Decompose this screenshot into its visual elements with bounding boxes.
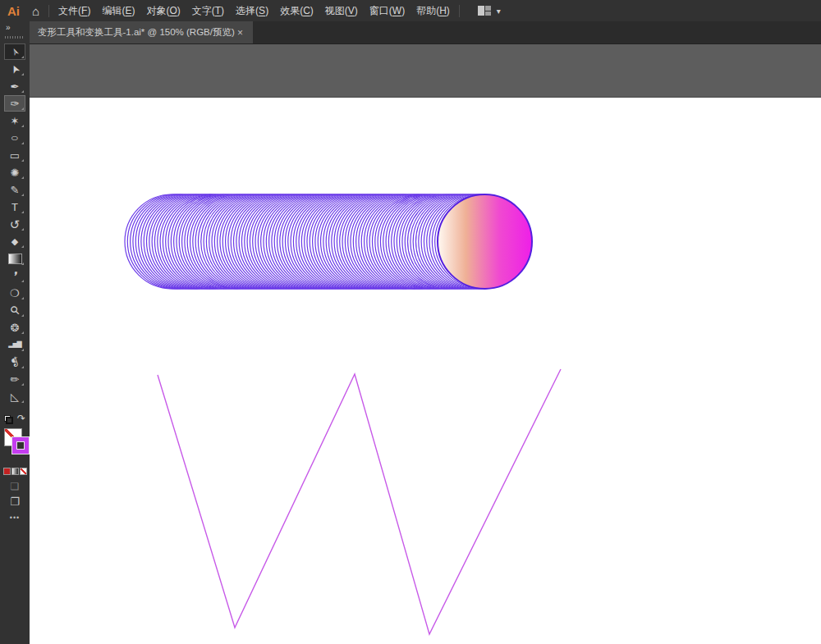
color-type-buttons: [0, 468, 30, 475]
menubar-items: 文件(F)编辑(E)对象(O)文字(T)选择(S)效果(C)视图(V)窗口(W)…: [58, 4, 450, 18]
gradient-tool[interactable]: [4, 250, 25, 267]
close-tab-icon[interactable]: ×: [236, 27, 245, 39]
menu-object[interactable]: 对象(O): [146, 4, 180, 18]
shape-builder-tool-icon: ❍: [10, 288, 20, 299]
document-tab-title: 变形工具和变换工具-1.ai* @ 150% (RGB/预览): [38, 26, 235, 39]
menu-effect[interactable]: 效果(C): [280, 4, 314, 18]
curvature-tool[interactable]: ✑: [4, 95, 25, 112]
artwork-layer: [30, 44, 821, 644]
swap-fill-stroke-icon[interactable]: ↷: [17, 413, 25, 423]
gradient-button[interactable]: [11, 468, 19, 475]
default-fill-stroke-button[interactable]: [4, 415, 13, 424]
paintbrush-tool[interactable]: ✎: [4, 181, 25, 198]
symbol-sprayer-tool-icon: ❂: [11, 322, 20, 333]
zigzag-path-object[interactable]: [158, 369, 561, 634]
graph-tool[interactable]: ▂▅▇: [4, 336, 25, 353]
direct-selection-tool[interactable]: ➤: [4, 61, 25, 77]
menu-window[interactable]: 窗口(W): [369, 4, 405, 18]
toolbar-tools: ➢➤✒✑✶○▭✺✎T↺◆❜❍⚲❂▂▅▇❡✏◺: [0, 43, 30, 404]
type-tool-icon: T: [11, 202, 18, 212]
zoom-tool[interactable]: ⚲: [4, 302, 25, 318]
workspace-switcher-button[interactable]: ▾: [478, 6, 501, 16]
app-logo: Ai: [7, 4, 20, 18]
menubar: Ai ⌂ 文件(F)编辑(E)对象(O)文字(T)选择(S)效果(C)视图(V)…: [0, 0, 821, 21]
graph-tool-icon: ▂▅▇: [8, 341, 21, 348]
pen-tool-icon: ✒: [11, 81, 20, 92]
knife-tool-icon: ✏: [11, 374, 20, 385]
stroke-color-indicator[interactable]: [12, 437, 29, 454]
warp-tool[interactable]: ❡: [4, 354, 25, 370]
eyedropper-tool-icon: ❜: [11, 269, 19, 282]
gradient-swatch-icon: [8, 253, 22, 264]
chevron-down-icon: ▾: [497, 7, 501, 16]
document-tab-bar: 变形工具和变换工具-1.ai* @ 150% (RGB/预览) ×: [30, 21, 821, 44]
rectangle-tool-icon: ▭: [10, 150, 20, 161]
document-tab[interactable]: 变形工具和变换工具-1.ai* @ 150% (RGB/预览) ×: [30, 21, 253, 43]
expand-panel-icon[interactable]: »: [0, 21, 30, 32]
zoom-tool-icon: ⚲: [7, 303, 21, 317]
fill-stroke-controls: ↷: [0, 413, 30, 427]
rectangle-tool[interactable]: ▭: [4, 147, 25, 163]
menu-file[interactable]: 文件(F): [58, 4, 90, 18]
shaper-tool[interactable]: ✶: [4, 112, 25, 129]
panel-grip-handle[interactable]: [5, 36, 25, 39]
edit-toolbar-button[interactable]: •••: [0, 514, 30, 522]
home-icon[interactable]: ⌂: [32, 5, 39, 17]
menu-edit[interactable]: 编辑(E): [102, 4, 135, 18]
menu-help[interactable]: 帮助(H): [416, 4, 450, 18]
ellipse-tool[interactable]: ○: [4, 130, 25, 146]
crystallize-tool-icon: ✺: [11, 167, 20, 178]
selection-tool[interactable]: ➢: [4, 43, 25, 60]
eyedropper-tool[interactable]: ❜: [4, 267, 25, 284]
menu-type[interactable]: 文字(T): [192, 4, 224, 18]
menu-view[interactable]: 视图(V): [325, 4, 358, 18]
ellipse-tool-icon: ○: [11, 133, 19, 143]
paintbrush-tool-icon: ✎: [11, 185, 20, 195]
pen-tool[interactable]: ✒: [4, 78, 25, 94]
rotate-tool-icon: ↺: [10, 218, 21, 231]
shaper-tool-icon: ✶: [11, 116, 20, 126]
menubar-divider-2: [459, 5, 460, 17]
workspace-icon: [478, 6, 492, 16]
draw-mode-button[interactable]: ❏: [0, 481, 30, 492]
menubar-divider: [48, 5, 49, 17]
crystallize-tool[interactable]: ✺: [4, 164, 25, 180]
selection-tool-icon: ➢: [8, 45, 21, 57]
circle-blend-object[interactable]: [125, 194, 532, 289]
rotate-tool[interactable]: ↺: [4, 216, 25, 232]
direct-selection-tool-icon: ➤: [8, 62, 21, 75]
symbol-sprayer-tool[interactable]: ❂: [4, 319, 25, 336]
none-button[interactable]: [20, 468, 27, 475]
eraser-tool[interactable]: ◆: [4, 233, 25, 249]
knife-tool[interactable]: ✏: [4, 371, 25, 387]
warp-tool-icon: ❡: [9, 355, 21, 368]
type-tool[interactable]: T: [4, 199, 25, 215]
tools-panel: » ➢➤✒✑✶○▭✺✎T↺◆❜❍⚲❂▂▅▇❡✏◺ ↷ ❏ ❐ •••: [0, 21, 30, 644]
menu-select[interactable]: 选择(S): [236, 4, 268, 18]
fill-stroke-indicator: [0, 427, 30, 461]
curvature-tool-icon: ✑: [11, 98, 20, 109]
eraser-tool-icon: ◆: [11, 237, 18, 246]
color-button[interactable]: [3, 468, 11, 475]
perspective-grid-tool-icon: ◺: [11, 391, 19, 402]
perspective-grid-tool[interactable]: ◺: [4, 388, 25, 404]
screen-mode-button[interactable]: ❐: [0, 496, 30, 508]
shape-builder-tool[interactable]: ❍: [4, 285, 25, 301]
